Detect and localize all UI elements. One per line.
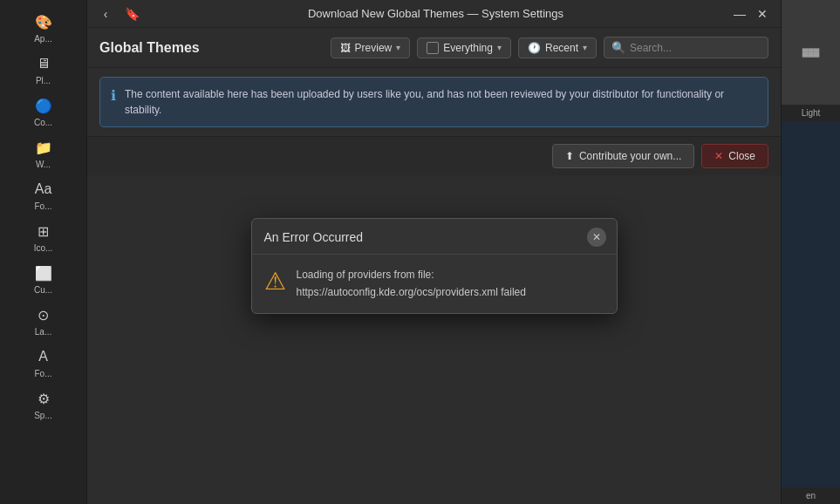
- appearance-icon: 🎨: [34, 12, 53, 31]
- sidebar-item-cursors[interactable]: ⬜ Cu...: [0, 258, 86, 300]
- sidebar-item-splash[interactable]: ⚙ Sp...: [0, 384, 86, 426]
- sidebar-item-label: Sp...: [34, 411, 52, 420]
- error-dialog: An Error Occurred ✕ ⚠ Loading of provide…: [251, 218, 618, 313]
- bookmark-button[interactable]: 🔖: [122, 4, 141, 24]
- title-bar: ‹ 🔖 Download New Global Themes — System …: [87, 0, 781, 28]
- sidebar-item-workspace[interactable]: 📁 W...: [0, 133, 86, 174]
- error-dialog-body: ⚠ Loading of providers from file: https:…: [252, 255, 617, 312]
- modal-backdrop: An Error Occurred ✕ ⚠ Loading of provide…: [87, 28, 781, 504]
- error-close-button[interactable]: ✕: [587, 228, 606, 247]
- sidebar-item-fonts[interactable]: Aa Fo...: [0, 174, 86, 216]
- right-panel-top-label: Light: [782, 105, 840, 121]
- back-button[interactable]: ‹: [96, 4, 115, 24]
- right-panel-preview-mid: [782, 121, 840, 487]
- sidebar-item-colors[interactable]: 🔵 Co...: [0, 91, 86, 133]
- sidebar-item-label: Cu...: [34, 285, 52, 295]
- minimize-button[interactable]: —: [730, 4, 749, 24]
- cursors-icon: ⬜: [34, 263, 53, 283]
- sidebar-item-appearance[interactable]: 🎨 Ap...: [0, 7, 86, 49]
- dialog-area: Global Themes 🖼 Preview ▾ Everything ▾ 🕐…: [87, 28, 781, 504]
- launch-icon: ⊙: [34, 305, 53, 324]
- colors-icon: 🔵: [34, 96, 53, 115]
- icons-icon: ⊞: [34, 221, 53, 241]
- sidebar-item-plasma[interactable]: 🖥 Pl...: [0, 49, 86, 91]
- sidebar-item-icons[interactable]: ⊞ Ico...: [0, 216, 86, 258]
- window-title: Download New Global Themes — System Sett…: [141, 7, 730, 20]
- title-bar-left: ‹ 🔖: [96, 4, 141, 24]
- fonts2-icon: A: [34, 347, 53, 366]
- sidebar-item-label: Co...: [34, 118, 52, 127]
- plasma-icon: 🖥: [34, 54, 53, 73]
- error-dialog-title: An Error Occurred: [264, 230, 364, 244]
- sidebar-item-label: Pl...: [36, 76, 51, 85]
- right-panel-preview-top: ▓▓▓: [782, 0, 840, 105]
- sidebar-item-label: Fo...: [34, 369, 51, 378]
- sidebar-item-launch[interactable]: ⊙ La...: [0, 300, 86, 342]
- right-panel-bottom-label: en: [782, 487, 840, 504]
- close-window-button[interactable]: ✕: [753, 4, 772, 24]
- sidebar-item-label: Ico...: [34, 243, 53, 253]
- title-bar-controls: — ✕: [730, 4, 772, 24]
- error-message: Loading of providers from file: https://…: [297, 267, 604, 300]
- main-content: ‹ 🔖 Download New Global Themes — System …: [87, 0, 781, 504]
- workspace-icon: 📁: [34, 138, 53, 157]
- warning-icon: ⚠: [264, 267, 286, 296]
- sidebar-item-label: Ap...: [34, 34, 52, 44]
- splash-icon: ⚙: [34, 389, 53, 408]
- right-panel-top-thumb: ▓▓▓: [802, 48, 820, 57]
- right-panel: ▓▓▓ Light en: [781, 0, 840, 504]
- sidebar-item-label: La...: [35, 327, 51, 337]
- sidebar-item-fonts2[interactable]: A Fo...: [0, 342, 86, 384]
- sidebar: 🎨 Ap... 🖥 Pl... 🔵 Co... 📁 W... Aa Fo... …: [0, 0, 87, 504]
- fonts-icon: Aa: [34, 180, 53, 199]
- sidebar-item-label: W...: [36, 160, 51, 169]
- sidebar-item-label: Fo...: [34, 201, 51, 211]
- error-dialog-header: An Error Occurred ✕: [252, 219, 617, 255]
